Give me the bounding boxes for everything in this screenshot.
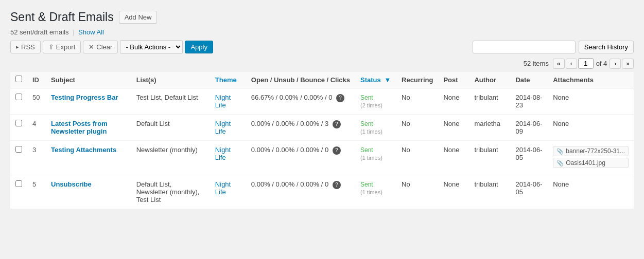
col-header-author: Author (469, 71, 510, 88)
col-header-lists: List(s) (131, 71, 210, 88)
row-recurring: No (396, 88, 438, 115)
row-checkbox[interactable] (15, 94, 22, 100)
row-date: 2014-06-09 (510, 115, 548, 141)
toolbar-right: Search History (473, 41, 634, 53)
subject-link[interactable]: Latest Posts from Newsletter plugin (51, 120, 108, 135)
help-icon[interactable]: ? (333, 120, 341, 128)
rss-label: RSS (21, 43, 35, 51)
theme-link[interactable]: NightLife (215, 180, 231, 196)
toolbar: ▸ RSS ⇧ Export ✕ Clear - Bulk Actions - … (10, 40, 634, 54)
col-header-stats: Open / Unsub / Bounce / Clicks (246, 71, 355, 88)
row-subject: Testing Progress Bar (46, 88, 131, 115)
help-icon[interactable]: ? (333, 146, 341, 155)
row-cb (10, 115, 27, 141)
row-post: None (438, 175, 469, 209)
rss-icon: ▸ (16, 44, 19, 50)
attachment-item[interactable]: 📎Oasis1401.jpg (553, 158, 629, 168)
row-id: 5 (27, 175, 46, 209)
attachments-none: None (553, 94, 569, 101)
row-id: 4 (27, 115, 46, 141)
add-new-button[interactable]: Add New (119, 11, 158, 24)
table-body: 50Testing Progress BarTest List, Default… (10, 88, 634, 209)
row-stats: 0.00% / 0.00% / 0.00% / 0 ? (246, 175, 355, 209)
bulk-actions-select[interactable]: - Bulk Actions - (120, 40, 183, 54)
theme-link[interactable]: NightLife (215, 94, 231, 109)
attach-icon: 📎 (556, 148, 564, 155)
row-author: tribulant (469, 175, 510, 209)
theme-link[interactable]: NightLife (215, 146, 231, 161)
help-icon[interactable]: ? (336, 94, 344, 102)
select-all-checkbox[interactable] (15, 76, 22, 82)
row-status: Sent(1 times) (355, 115, 396, 141)
subject-link[interactable]: Unsubscribe (51, 180, 92, 188)
row-stats: 66.67% / 0.00% / 0.00% / 0 ? (246, 88, 355, 115)
row-post: None (438, 115, 469, 141)
subject-link[interactable]: Testing Progress Bar (51, 94, 118, 101)
clear-button[interactable]: ✕ Clear (83, 41, 118, 53)
col-header-post: Post (438, 71, 469, 88)
export-label: Export (56, 43, 76, 51)
page-number-input[interactable] (578, 58, 594, 69)
row-recurring: No (396, 175, 438, 209)
row-stats: 0.00% / 0.00% / 0.00% / 0 ? (246, 141, 355, 175)
row-theme: NightLife (210, 141, 246, 175)
row-checkbox[interactable] (15, 120, 22, 126)
status-times: (1 times) (360, 128, 382, 135)
col-header-subject: Subject (46, 71, 131, 88)
next-page-button[interactable]: › (610, 59, 621, 69)
search-row: Search History (473, 41, 634, 53)
col-header-theme[interactable]: Theme (210, 71, 246, 88)
status-sent: Sent (360, 94, 373, 101)
row-subject: Latest Posts from Newsletter plugin (46, 115, 131, 141)
row-post: None (438, 88, 469, 115)
row-theme: NightLife (210, 115, 246, 141)
search-history-button[interactable]: Search History (579, 41, 634, 53)
status-times: (2 times) (360, 102, 382, 108)
row-author: marietha (469, 115, 510, 141)
col-header-date: Date (510, 71, 548, 88)
status-sent: Sent (360, 120, 373, 127)
row-id: 3 (27, 141, 46, 175)
attach-icon: 📎 (556, 160, 564, 166)
row-lists: Default List, Newsletter (monthly), Test… (131, 175, 210, 209)
table-row: 5UnsubscribeDefault List, Newsletter (mo… (10, 175, 634, 209)
row-lists: Newsletter (monthly) (131, 141, 210, 175)
attachment-item[interactable]: 📎banner-772x250-31... (553, 146, 629, 156)
col-header-status[interactable]: Status ▼ (355, 71, 396, 88)
first-page-button[interactable]: « (553, 59, 565, 69)
pagination: 52 items « ‹ of 4 › » (524, 58, 634, 69)
row-checkbox[interactable] (15, 180, 22, 187)
theme-link[interactable]: NightLife (215, 120, 231, 135)
col-header-attachments: Attachments (548, 71, 634, 88)
row-subject: Unsubscribe (46, 175, 131, 209)
prev-page-button[interactable]: ‹ (566, 59, 577, 69)
apply-button[interactable]: Apply (185, 41, 213, 53)
search-history-input[interactable] (473, 41, 576, 53)
show-all-link[interactable]: Show All (78, 28, 104, 36)
subject-link[interactable]: Testing Attachments (51, 146, 116, 154)
clear-icon: ✕ (89, 43, 94, 51)
help-icon[interactable]: ? (333, 181, 341, 189)
rss-button[interactable]: ▸ RSS (10, 41, 41, 53)
emails-table: ID Subject List(s) Theme Open / Unsub / … (10, 71, 634, 209)
row-attachments: None (548, 115, 634, 141)
export-button[interactable]: ⇧ Export (43, 41, 81, 53)
row-lists: Test List, Default List (131, 88, 210, 115)
table-row: 3Testing AttachmentsNewsletter (monthly)… (10, 141, 634, 175)
items-count: 52 items (524, 60, 549, 67)
row-date: 2014-08-23 (510, 88, 548, 115)
row-checkbox[interactable] (15, 146, 22, 153)
toolbar-left: ▸ RSS ⇧ Export ✕ Clear - Bulk Actions - … (10, 40, 213, 54)
table-row: 4Latest Posts from Newsletter pluginDefa… (10, 115, 634, 141)
col-header-cb (10, 71, 27, 88)
col-header-id: ID (27, 71, 46, 88)
last-page-button[interactable]: » (622, 59, 634, 69)
attachments-none: None (553, 180, 569, 188)
row-lists: Default List (131, 115, 210, 141)
row-cb (10, 141, 27, 175)
clear-label: Clear (96, 43, 112, 51)
status-sent: Sent (360, 146, 373, 154)
row-subject: Testing Attachments (46, 141, 131, 175)
attachments-none: None (553, 120, 569, 127)
row-cb (10, 88, 27, 115)
